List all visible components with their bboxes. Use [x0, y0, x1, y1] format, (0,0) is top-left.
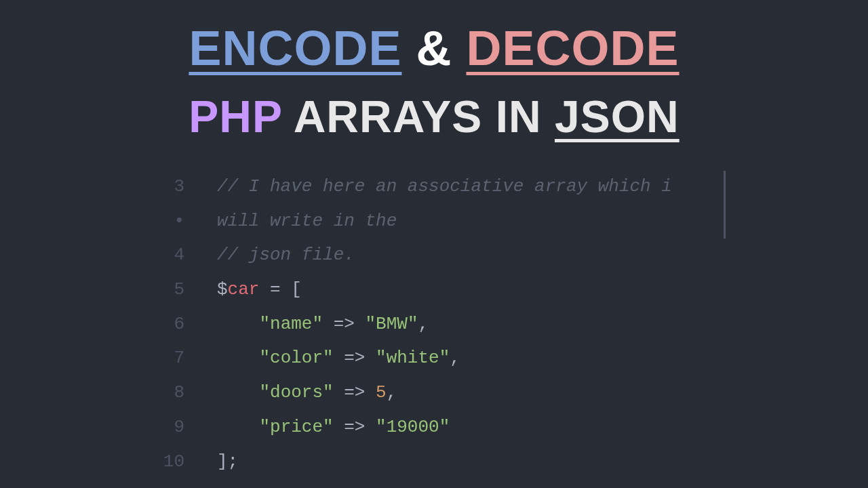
code-line: 9 "price" => "19000": [156, 410, 712, 445]
array-key: "doors": [259, 382, 333, 403]
code-line: 3// I have here an associative array whi…: [156, 169, 712, 204]
line-number: 9: [156, 410, 217, 445]
code-content: $car = [: [217, 272, 712, 307]
comment-text: // I have here an associative array whic…: [217, 176, 672, 197]
array-value: "BMW": [365, 314, 418, 334]
slide-container: ENCODE & DECODE PHP ARRAYS IN JSON 3// I…: [0, 0, 868, 488]
code-block: 3// I have here an associative array whi…: [156, 169, 712, 479]
closing-bracket: ];: [217, 451, 238, 472]
array-value: 5: [376, 382, 387, 403]
title-json: JSON: [555, 92, 679, 142]
title-line-1: ENCODE & DECODE: [189, 20, 679, 76]
code-line: 4// json file.: [156, 238, 712, 272]
line-number: 3: [156, 169, 217, 204]
code-content: // I have here an associative array whic…: [217, 169, 712, 204]
line-number: 4: [156, 238, 217, 272]
array-key: "name": [259, 314, 323, 334]
title-encode: ENCODE: [189, 21, 401, 75]
title-decode: DECODE: [467, 21, 679, 75]
array-key: "color": [259, 348, 333, 368]
code-line: 7 "color" => "white",: [156, 341, 712, 375]
arrow-operator: =>: [334, 382, 376, 403]
title-line-2: PHP ARRAYS IN JSON: [189, 91, 679, 142]
code-line: 8 "doors" => 5,: [156, 375, 712, 410]
array-value: "white": [376, 348, 450, 368]
comment-text: will write in the: [217, 211, 397, 231]
array-key: "price": [259, 417, 333, 437]
code-content: will write in the: [217, 204, 712, 239]
arrow-operator: =>: [334, 348, 376, 368]
arrow-operator: =>: [334, 417, 376, 437]
code-content: "color" => "white",: [217, 341, 712, 375]
code-line: 6 "name" => "BMW",: [156, 307, 712, 342]
arrow-operator: =>: [323, 314, 365, 334]
title-arrays-in: ARRAYS IN: [294, 92, 542, 142]
array-value: "19000": [376, 417, 450, 437]
code-content: ];: [217, 445, 712, 479]
title-amp: &: [416, 21, 452, 75]
code-line: 5$car = [: [156, 272, 712, 307]
title-php: PHP: [189, 92, 282, 142]
code-content: "price" => "19000": [217, 410, 712, 445]
code-line: 10];: [156, 445, 712, 479]
code-line: •will write in the: [156, 204, 712, 239]
line-number: •: [156, 204, 217, 239]
line-number: 6: [156, 307, 217, 342]
line-number: 8: [156, 375, 217, 410]
line-number: 10: [156, 445, 217, 479]
line-number: 5: [156, 272, 217, 307]
variable-name: car: [228, 279, 260, 300]
code-content: "name" => "BMW",: [217, 307, 712, 342]
comment-text: // json file.: [217, 245, 355, 265]
code-content: "doors" => 5,: [217, 375, 712, 410]
line-number: 7: [156, 341, 217, 375]
code-content: // json file.: [217, 238, 712, 272]
scroll-indicator: [724, 171, 726, 239]
